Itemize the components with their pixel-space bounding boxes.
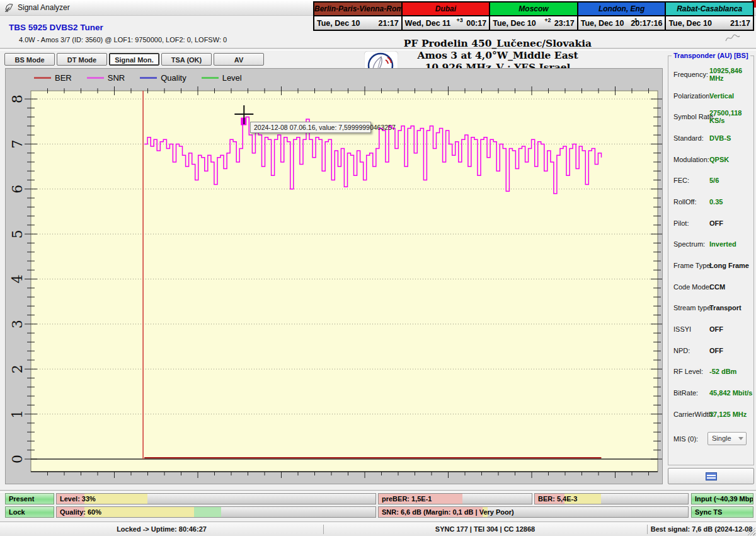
app-satellite-icon bbox=[4, 3, 14, 13]
clock-cell-4: London, EngTue, Dec 10-120:17:16 bbox=[578, 3, 667, 30]
clock-cell-5: Rabat-CasablancaTue, Dec 1021:17 bbox=[666, 3, 753, 30]
mis-row: MIS (0): Single bbox=[668, 432, 753, 447]
transponder-row-carrierwidth: CarrierWidth:37,125 MHz bbox=[668, 404, 753, 425]
legend-label: SNR bbox=[108, 73, 125, 83]
transponder-row-rolloff: RollOff:0.35 bbox=[668, 191, 753, 213]
mode-button-bs-mode[interactable]: BS Mode bbox=[4, 53, 55, 66]
clock-date: Tue, Dec 10 bbox=[581, 19, 624, 28]
transponder-field-label: RollOff: bbox=[673, 198, 696, 206]
legend-swatch-quality bbox=[140, 77, 157, 79]
meter-snr: SNR: 6,6 dB (Margin: 0,1 dB | Very Poor) bbox=[378, 506, 689, 518]
meter-ber: BER: 5,4E-3 bbox=[534, 493, 689, 504]
badge-input-mbps: Input (~40,39 Mbps) bbox=[691, 493, 753, 504]
clock-cell-2: DubaiWed, Dec 11+300:17 bbox=[403, 3, 491, 30]
transponder-row-stream-type: Stream type:Transport bbox=[668, 298, 753, 319]
transponder-field-value: 10925,846 MHz bbox=[709, 67, 753, 82]
annotation-line-1: PF Prodelin 450_Lučenec/Slovakia bbox=[340, 37, 655, 49]
transponder-field-value: Inverted bbox=[709, 240, 736, 248]
status-best-signal: Best signal: 7,6 dB (2024-12-08 18:10) bbox=[647, 522, 756, 536]
tuner-subtitle: 4.0W - Amos 3/7 (ID: 3560) @ LOF1: 97500… bbox=[19, 36, 227, 44]
table-icon bbox=[706, 472, 717, 481]
transponder-field-value: OFF bbox=[709, 219, 723, 227]
y-axis-label-8: 8 bbox=[9, 95, 25, 103]
transponder-row-spectrum: Spectrum:Inverted bbox=[668, 234, 753, 255]
transponder-field-label: Frame Type: bbox=[673, 262, 713, 269]
transponder-field-value: OFF bbox=[709, 325, 723, 333]
transponder-row-rf-level: RF Level:-52 dBm bbox=[668, 361, 753, 383]
clock-time-value: 00:17 bbox=[466, 19, 486, 28]
clock-date: Wed, Dec 11 bbox=[405, 19, 451, 28]
transponder-field-label: Pilot: bbox=[673, 219, 689, 227]
legend-swatch-snr bbox=[87, 77, 104, 79]
mis-label: MIS (0): bbox=[673, 435, 698, 443]
tuner-title: TBS 5925 DVBS2 Tuner bbox=[9, 23, 103, 32]
clock-time-row: Tue, Dec 10+223:17 bbox=[490, 16, 577, 30]
status-lock-uptime: Locked -> Uptime: 80:46:27 bbox=[0, 522, 323, 536]
clock-date: Tue, Dec 10 bbox=[317, 19, 360, 28]
transponder-row-code-mode: Code Mode:CCM bbox=[668, 276, 753, 298]
meter-quality-label: Quality: 60% bbox=[60, 507, 101, 517]
badge-present: Present bbox=[5, 493, 54, 504]
transponder-field-value: QPSK bbox=[709, 156, 729, 163]
meter-quality-segment-2 bbox=[194, 507, 221, 517]
transponder-field-value: 0.35 bbox=[709, 198, 723, 206]
transponder-row-modulation: Modulation:QPSK bbox=[668, 149, 753, 170]
transponder-field-label: BitRate: bbox=[673, 389, 698, 397]
mode-button-signal-mon[interactable]: Signal Mon. bbox=[109, 53, 159, 66]
meter-ber-label: BER: 5,4E-3 bbox=[538, 494, 577, 504]
transponder-field-label: Stream type: bbox=[673, 304, 713, 312]
transponder-field-label: ISSYI bbox=[673, 325, 691, 333]
y-axis-label-3: 3 bbox=[9, 320, 25, 329]
transponder-field-label: Code Mode: bbox=[673, 283, 711, 291]
clock-city-name: Berlin-Paris-Vienna-Roma bbox=[314, 3, 401, 16]
transponder-field-label: Modulation: bbox=[673, 156, 709, 163]
legend-item-level: Level bbox=[202, 73, 242, 83]
transponder-field-value: -52 dBm bbox=[709, 368, 736, 375]
transponder-field-value: CCM bbox=[709, 283, 725, 291]
meter-quality: Quality: 60% bbox=[56, 506, 376, 518]
y-axis-label-5: 5 bbox=[9, 230, 25, 238]
clock-cell-3: MoscowTue, Dec 10+223:17 bbox=[490, 3, 578, 30]
mode-button-tsa-ok[interactable]: TSA (OK) bbox=[161, 53, 212, 66]
clock-utc-offset: +3 bbox=[457, 17, 463, 23]
transponder-row-symbol-rate: Symbol Rate:27500,118 KS/s bbox=[668, 106, 753, 127]
clock-cell-1: Berlin-Paris-Vienna-RomaTue, Dec 1021:17 bbox=[314, 3, 403, 30]
transponder-title: Transponder (AU) [BS] bbox=[672, 52, 750, 59]
transponder-row-standard: Standard:DVB-S bbox=[668, 127, 753, 149]
transponder-field-value: Long Frame bbox=[709, 262, 749, 269]
transponder-field-value: DVB-S bbox=[709, 134, 731, 142]
resize-grip[interactable] bbox=[748, 528, 755, 535]
chart-legend: BERSNRQualityLevel bbox=[34, 73, 257, 83]
mode-button-dt-mode[interactable]: DT Mode bbox=[57, 53, 107, 66]
y-axis-label-1: 1 bbox=[9, 410, 25, 419]
y-axis-label-0: 0 bbox=[9, 455, 25, 463]
window-title: Signal Analyzer bbox=[18, 3, 70, 12]
transponder-field-label: CarrierWidth: bbox=[673, 411, 714, 418]
badge-lock: Lock bbox=[5, 506, 54, 518]
clock-time-value: 23:17 bbox=[554, 19, 575, 28]
chevron-down-icon bbox=[738, 437, 743, 440]
transponder-row-frequency: Frequency:10925,846 MHz bbox=[668, 64, 753, 85]
transponder-field-value: Transport bbox=[709, 304, 742, 312]
mis-select[interactable]: Single bbox=[707, 432, 747, 445]
transponder-row-polarization: Polarization:Vertical bbox=[668, 85, 753, 107]
meter-snr-label: SNR: 6,6 dB (Margin: 0,1 dB | Very Poor) bbox=[382, 507, 514, 517]
transponder-rows: Frequency:10925,846 MHzPolarization:Vert… bbox=[668, 64, 753, 425]
legend-label: Quality bbox=[161, 73, 186, 83]
mode-button-av-stopped[interactable]: AV (Stopped) bbox=[214, 53, 264, 66]
y-axis-label-4: 4 bbox=[9, 275, 25, 284]
clock-time-value: 20:17:16 bbox=[631, 19, 662, 28]
clock-time-row: Tue, Dec 1021:17 bbox=[314, 16, 401, 30]
clock-time-value: 21:17 bbox=[730, 19, 750, 28]
meter-preber: preBER: 1,5E-1 bbox=[378, 493, 532, 504]
mode-toolbar: BS ModeDT ModeSignal Mon.TSA (OK)AV (Sto… bbox=[4, 53, 264, 66]
transponder-field-value: 37,125 MHz bbox=[709, 411, 747, 418]
signal-chart[interactable]: BERSNRQualityLevel 012345678 2024-12-08 … bbox=[5, 68, 663, 484]
transponder-row-bitrate: BitRate:45,842 Mbit/s bbox=[668, 382, 753, 404]
chart-tooltip: 2024-12-08 07.06.16, value: 7,5999999046… bbox=[250, 122, 371, 133]
meter-level: Level: 33% bbox=[56, 493, 376, 504]
transponder-row-npd: NPD:OFF bbox=[668, 340, 753, 361]
panel-button[interactable] bbox=[668, 468, 754, 484]
transponder-field-label: RF Level: bbox=[673, 368, 703, 375]
clock-time-row: Tue, Dec 1021:17 bbox=[666, 16, 753, 30]
